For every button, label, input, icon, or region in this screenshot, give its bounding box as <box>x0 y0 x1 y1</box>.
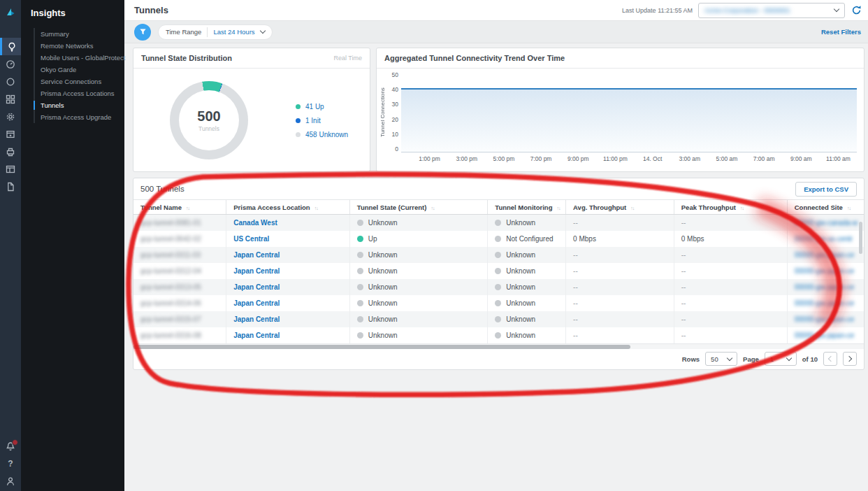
reset-filters-link[interactable]: Reset Filters <box>821 28 861 36</box>
sort-icon[interactable]: ↑↓ <box>847 206 851 211</box>
tunnel-monitoring-cell: Unknown <box>488 311 566 327</box>
time-range-filter[interactable]: Time Range Last 24 Hours <box>158 24 273 40</box>
filter-bar: Time Range Last 24 Hours Reset Filters <box>124 21 868 43</box>
monitoring-dot <box>495 284 501 290</box>
connected-site-link[interactable]: 00000-gw-japan-ce <box>795 267 855 275</box>
tunnel-name-cell: gcp-tunnel-0316-08 <box>133 327 226 343</box>
filter-button[interactable] <box>134 24 151 41</box>
connected-site-link[interactable]: 00000-gw-japan-ce <box>795 299 855 307</box>
panel-title: Insights <box>21 0 124 28</box>
page-select[interactable]: 1 <box>765 352 797 366</box>
sort-icon[interactable]: ↑↓ <box>556 206 560 211</box>
time-range-label: Time Range <box>166 28 201 36</box>
peak-throughput-cell: -- <box>674 311 787 327</box>
column-header-peak-throughput[interactable]: Peak Throughput↑↓ <box>674 200 787 215</box>
table-row: gcp-tunnel-0314-06Japan CentralUnknownUn… <box>133 295 864 311</box>
nav-item-mobile-users-globalprotect[interactable]: Mobile Users - GlobalProtect <box>35 52 124 64</box>
peak-throughput-cell: 0 Mbps <box>674 231 787 247</box>
nav-item-summary[interactable]: Summary <box>35 28 124 40</box>
package-box-icon[interactable] <box>0 125 21 143</box>
connected-site-link[interactable]: 00000-gw-japan-ce <box>795 332 855 339</box>
y-tick: 50 <box>392 71 398 78</box>
donut-legend: 41 Up1 Init458 Unknown <box>296 103 348 138</box>
printer-icon[interactable] <box>0 143 21 160</box>
sort-icon[interactable]: ↑↓ <box>186 206 189 211</box>
x-tick: 9:00 am <box>783 155 820 162</box>
location-link[interactable]: Japan Central <box>233 267 280 275</box>
connected-site-cell: 00000-gw-japan-ce <box>787 327 864 343</box>
tunnel-name-cell: gcp-tunnel-0313-05 <box>133 279 226 295</box>
rows-per-page-select[interactable]: 50 <box>705 352 737 366</box>
location-link[interactable]: Japan Central <box>233 315 280 323</box>
export-csv-button[interactable]: Export to CSV <box>795 182 857 197</box>
location-link[interactable]: Canada West <box>233 219 277 227</box>
column-header-tunnel-name[interactable]: Tunnel Name↑↓ <box>133 200 226 215</box>
nav-item-prisma-access-upgrade[interactable]: Prisma Access Upgrade <box>35 111 124 123</box>
app-logo[interactable] <box>0 0 21 24</box>
location-link[interactable]: Japan Central <box>233 283 280 291</box>
next-page-button[interactable] <box>843 352 857 366</box>
peak-throughput-cell: -- <box>674 247 787 263</box>
tunnel-state-cell: Unknown <box>349 311 488 327</box>
help-question-icon[interactable]: ? <box>0 455 21 472</box>
prev-page-button[interactable] <box>823 352 837 366</box>
tunnel-name-cell: gcp-tunnel-0642-02 <box>133 231 226 247</box>
peak-throughput-cell: -- <box>674 263 787 279</box>
document-file-icon[interactable] <box>0 178 21 195</box>
tunnel-name-cell: gcp-tunnel-0315-07 <box>133 311 226 327</box>
prisma-logo-icon <box>4 6 17 18</box>
connected-site-link[interactable]: 00000-gw-us-centr <box>795 235 853 243</box>
legend-item-unknown[interactable]: 458 Unknown <box>296 131 348 138</box>
nav-item-remote-networks[interactable]: Remote Networks <box>35 40 124 52</box>
sort-icon[interactable]: ↑↓ <box>314 206 318 211</box>
chevron-down-icon <box>259 28 265 34</box>
column-header-prisma-access-location[interactable]: Prisma Access Location↑↓ <box>226 200 350 215</box>
scrollbar-thumb[interactable] <box>133 345 630 349</box>
nav-item-service-connections[interactable]: Service Connections <box>35 76 124 87</box>
notification-badge <box>12 439 18 446</box>
column-header-avg-throughput[interactable]: Avg. Throughput↑↓ <box>566 200 674 215</box>
connected-site-link[interactable]: 00000-gw-japan-ce <box>795 251 855 259</box>
vertical-scrollbar-thumb[interactable] <box>859 222 862 254</box>
location-link[interactable]: Japan Central <box>233 299 280 307</box>
column-header-tunnel-monitoring[interactable]: Tunnel Monitoring↑↓ <box>488 200 566 215</box>
horizontal-scrollbar[interactable] <box>133 343 864 349</box>
notifications-bell-icon[interactable] <box>0 437 21 455</box>
connected-site-link[interactable]: 00000-gw-japan-ce <box>795 283 855 291</box>
nav-item-prisma-access-locations[interactable]: Prisma Access Locations <box>35 87 124 99</box>
column-header-tunnel-state-current-[interactable]: Tunnel State (Current)↑↓ <box>349 200 488 215</box>
chevron-right-icon <box>846 356 852 362</box>
nav-item-tunnels[interactable]: Tunnels <box>35 99 124 111</box>
tunnel-monitoring-cell: Unknown <box>488 247 566 263</box>
y-tick: 30 <box>392 101 398 108</box>
user-person-icon[interactable] <box>0 472 21 490</box>
tenant-select[interactable]: Acme-Corporation - 0000001 <box>698 3 845 18</box>
connected-site-link[interactable]: 00000-gw-japan-ce <box>795 315 855 323</box>
x-tick: 5:00 am <box>708 155 745 162</box>
sort-icon[interactable]: ↑↓ <box>740 206 744 211</box>
refresh-icon[interactable] <box>851 4 862 16</box>
page-label: Page <box>743 355 759 363</box>
legend-item-init[interactable]: 1 Init <box>296 117 348 124</box>
insights-lightbulb-icon[interactable] <box>0 38 21 55</box>
sort-icon[interactable]: ↑↓ <box>431 206 434 211</box>
state-dot <box>357 236 363 242</box>
layout-columns-icon[interactable] <box>0 160 21 178</box>
divider <box>207 27 208 37</box>
legend-item-up[interactable]: 41 Up <box>296 103 348 111</box>
state-dot <box>357 220 363 226</box>
apps-grid-icon[interactable] <box>0 90 21 108</box>
monitor-circle-icon[interactable] <box>0 73 21 90</box>
sort-icon[interactable]: ↑↓ <box>630 206 634 211</box>
location-link[interactable]: Japan Central <box>233 251 280 259</box>
column-header-connected-site[interactable]: Connected Site↑↓ <box>787 200 864 215</box>
location-link[interactable]: US Central <box>233 235 269 243</box>
nav-item-okyo-garde[interactable]: Okyo Garde <box>35 64 124 76</box>
settings-gear-icon[interactable] <box>0 108 21 125</box>
connected-site-link[interactable]: 00000-gw-canada-w <box>795 219 858 227</box>
dashboard-gauge-icon[interactable] <box>0 55 21 73</box>
tunnel-monitoring-cell: Not Configured <box>488 231 566 247</box>
location-link[interactable]: Japan Central <box>233 332 280 339</box>
x-tick: 9:00 pm <box>560 155 597 162</box>
tunnel-trend-card: Aggregated Tunnel Connectivity Trend Ove… <box>376 48 865 172</box>
